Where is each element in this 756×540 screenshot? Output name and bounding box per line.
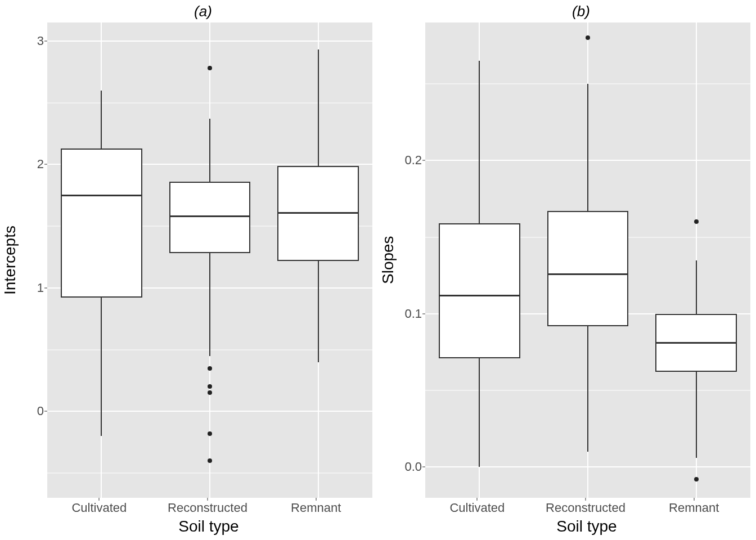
panel-a-title: (a) [0,0,378,22]
outlier-point [208,390,212,395]
box [61,148,142,298]
box [439,223,520,358]
whisker-lower [101,298,102,436]
y-tick-label: 0.0 [404,460,422,474]
x-tick-label: Cultivated [449,501,505,515]
panel-b-xticks: CultivatedReconstructedRemnant [423,498,750,518]
outlier-point [208,366,212,371]
median-line [439,295,520,296]
y-tick-label: 0.2 [404,153,422,168]
median-line [169,215,251,217]
median-line [61,195,142,196]
x-tick-label: Remnant [669,501,719,515]
box [169,182,251,253]
median-line [547,273,629,275]
panel-b-xlabel: Soil type [423,518,750,540]
panel-b-yticks: 0.00.10.2 [400,22,425,498]
outlier-point [694,219,699,224]
outlier-point [208,66,212,70]
whisker-lower [479,358,480,467]
whisker-lower [587,326,588,452]
x-tick-label: Cultivated [71,501,127,515]
x-tick-label: Remnant [291,501,341,515]
median-line [277,212,359,214]
outlier-point [208,384,212,389]
box [547,211,629,326]
whisker-upper [101,91,102,148]
y-tick-label: 0 [37,404,44,418]
panel-b-title: (b) [378,0,756,22]
whisker-lower [209,253,210,356]
outlier-point [694,477,699,482]
panel-a-ylabel: Intercepts [0,22,22,498]
panel-a: (a) Intercepts 0123 CultivatedReconstruc… [0,0,378,540]
whisker-lower [696,372,697,458]
x-tick-label: Reconstructed [546,501,626,515]
y-tick-label: 3 [37,34,44,48]
whisker-upper [587,84,588,211]
outlier-point [208,431,212,436]
whisker-lower [318,261,319,362]
panel-a-xlabel: Soil type [45,518,372,540]
outlier-point [586,35,590,40]
whisker-upper [209,119,210,182]
panel-a-yticks: 0123 [22,22,47,498]
panel-a-xticks: CultivatedReconstructedRemnant [45,498,372,518]
median-line [655,342,737,344]
figure-container: (a) Intercepts 0123 CultivatedReconstruc… [0,0,756,540]
panel-a-plot-area [47,22,372,498]
panel-b: (b) Slopes 0.00.10.2 CultivatedReconstru… [378,0,756,540]
y-tick-label: 2 [37,157,44,172]
whisker-upper [479,61,480,223]
y-tick-label: 0.1 [404,307,422,321]
y-tick-label: 1 [37,281,44,295]
whisker-upper [696,260,697,314]
x-tick-label: Reconstructed [168,501,248,515]
panel-b-plot-area [425,22,750,498]
whisker-upper [318,50,319,165]
outlier-point [208,458,212,463]
panel-b-ylabel: Slopes [378,22,400,498]
